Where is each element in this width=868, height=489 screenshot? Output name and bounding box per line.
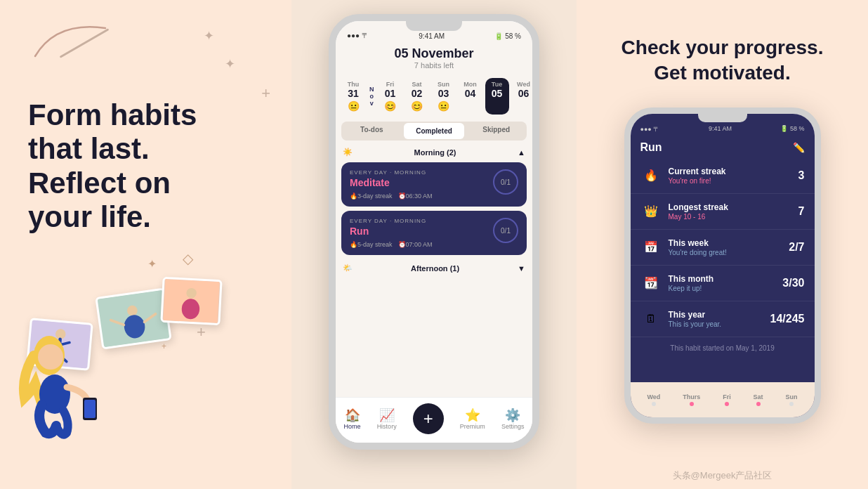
nav-premium[interactable]: ⭐ Premium [460, 408, 485, 430]
bc-fri: Fri [723, 393, 731, 406]
tab-todos[interactable]: To-dos [341, 122, 402, 141]
habit-card-meditate[interactable]: EVERY DAY · MORNING Meditate 🔥 3-day str… [341, 162, 527, 207]
deco-cross-left: + [162, 341, 166, 351]
nav-add-button[interactable]: + [413, 403, 444, 434]
tab-skipped[interactable]: Skipped [466, 122, 527, 141]
phone-mockup-right: ●●● 〒 9:41 AM 🔋 58 % Run ✏️ 🔥 Current st… [624, 107, 821, 424]
nav-settings[interactable]: ⚙️ Settings [501, 408, 525, 430]
calendar-strip[interactable]: Thu 31 😐 N o v Fri 01 😊 [336, 75, 532, 117]
sitting-figure [7, 334, 147, 447]
headline-line2: that last. [28, 132, 150, 165]
afternoon-section-label: Afternoon (1) [411, 264, 459, 273]
phone-notch-right [698, 114, 747, 122]
deco-star-1: ✦ [204, 28, 214, 44]
tab-completed[interactable]: Completed [404, 123, 465, 139]
svg-rect-19 [84, 400, 96, 418]
bottom-nav[interactable]: 🏠 Home 📈 History + ⭐ Premium ⚙️ Settings [336, 397, 532, 443]
rp-this-week-label: This week [669, 238, 789, 248]
meditate-name: Meditate [350, 177, 433, 188]
run-streak-icon: 🔥 [350, 241, 357, 248]
middle-panel: ●●● 〒 9:41 AM 🔋 58 % 05 November 7 habit… [291, 0, 577, 489]
cal-day-sun03[interactable]: Sun 03 😐 [432, 78, 456, 115]
headline-line3: Reflect on [28, 167, 171, 200]
rp-header: Run ✏️ [631, 137, 815, 158]
habit-tabs[interactable]: To-dos Completed Skipped [341, 122, 527, 141]
rp-current-streak-label: Current streak [669, 167, 798, 176]
rp-longest-streak-icon: 👑 [640, 201, 662, 222]
rp-this-month-sub: Keep it up! [669, 285, 783, 292]
morning-section-label: Morning (2) [414, 148, 456, 157]
right-title-line2: Get motivated. [654, 62, 790, 84]
rp-this-year-sub: This is your year. [669, 320, 770, 328]
bc-sat: Sat [754, 393, 763, 406]
rp-habit-name: Run [640, 141, 662, 154]
bc-wed: Wed [647, 393, 660, 406]
rp-this-week-sub: You're doing great! [669, 249, 789, 256]
rp-current-streak-sub: You're on fire! [669, 177, 798, 185]
afternoon-section-header: 🌤️ Afternoon (1) ▼ [336, 261, 532, 275]
cal-day-sat02[interactable]: Sat 02 😊 [405, 78, 429, 115]
photo-frame-3 [160, 277, 222, 325]
rp-current-streak-value: 3 [798, 169, 805, 182]
bottom-calendar-row: Wed Thurs Fri Sat Sun [631, 382, 815, 417]
deco-diamond-left: ◇ [183, 250, 193, 267]
deco-curve-svg [28, 14, 112, 70]
bc-thurs: Thurs [683, 393, 700, 406]
rp-longest-streak-value: 7 [798, 205, 805, 218]
rp-row-longest-streak: 👑 Longest streak May 10 - 16 7 [631, 194, 815, 230]
run-name: Run [350, 226, 433, 237]
rp-this-month-label: This month [669, 274, 783, 284]
afternoon-section-chevron: ▼ [518, 264, 525, 273]
nav-premium-label: Premium [460, 423, 485, 430]
rp-longest-streak-sub: May 10 - 16 [669, 213, 798, 221]
left-text: Form habits that last. Reflect on your l… [28, 98, 197, 234]
rp-row-this-year: 🗓 This year This is your year. 14/245 [631, 301, 815, 337]
svg-point-16 [38, 344, 63, 370]
phone-notch-middle [406, 21, 462, 31]
calendar-days: Thu 31 😐 N o v Fri 01 😊 [341, 78, 532, 115]
home-icon: 🏠 [345, 408, 360, 423]
deco-star-left: ✦ [147, 257, 157, 270]
morning-section-chevron: ▲ [518, 148, 525, 157]
run-time-icon: ⏰ [398, 241, 406, 248]
cal-day-wed06[interactable]: Wed 06 [512, 78, 533, 115]
right-title: Check your progress. Get motivated. [622, 35, 824, 86]
watermark: 头条@Mergeek产品社区 [577, 469, 868, 482]
rp-longest-streak-label: Longest streak [669, 202, 798, 212]
meditate-time: 06:30 AM [406, 193, 433, 200]
nav-home-label: Home [344, 423, 361, 430]
right-panel: Check your progress. Get motivated. ●●● … [577, 0, 868, 489]
habit-card-run[interactable]: EVERY DAY · MORNING Run 🔥 5-day streak ⏰… [341, 211, 527, 255]
cal-day-tue05[interactable]: Tue 05 [485, 78, 509, 115]
settings-icon: ⚙️ [505, 408, 520, 423]
phone-habits-left: 7 habits left [336, 61, 532, 70]
cal-day-mon04[interactable]: Mon 04 [459, 78, 482, 115]
nav-history[interactable]: 📈 History [377, 408, 397, 430]
meditate-progress: 0/1 [493, 169, 518, 195]
deco-star-2: ✦ [225, 56, 235, 72]
cal-day-fri01[interactable]: Fri 01 😊 [379, 78, 402, 115]
meditate-label: EVERY DAY · MORNING [350, 169, 433, 176]
phone-mockup-middle: ●●● 〒 9:41 AM 🔋 58 % 05 November 7 habit… [329, 14, 539, 450]
right-title-line1: Check your progress. [622, 37, 824, 58]
rp-this-year-icon: 🗓 [640, 308, 662, 330]
run-label: EVERY DAY · MORNING [350, 218, 433, 224]
nav-home[interactable]: 🏠 Home [344, 408, 361, 430]
cal-day-thu31[interactable]: Thu 31 😐 [341, 78, 365, 115]
morning-section-icon: ☀️ [343, 148, 353, 157]
headline-line4: your life. [28, 200, 151, 233]
meditate-meta: 🔥 3-day streak ⏰ 06:30 AM [350, 193, 433, 200]
rp-this-year-value: 14/245 [770, 313, 805, 325]
morning-section-header: ☀️ Morning (2) ▲ [336, 145, 532, 159]
rp-status-signals: ●●● 〒 [640, 125, 660, 134]
rp-status-battery: 🔋 58 % [780, 125, 804, 134]
premium-icon: ⭐ [465, 408, 480, 423]
rp-this-year-label: This year [669, 310, 770, 320]
rp-row-this-month: 📆 This month Keep it up! 3/30 [631, 266, 815, 301]
afternoon-section-icon: 🌤️ [343, 263, 353, 273]
rp-edit-icon[interactable]: ✏️ [793, 142, 805, 153]
phone-inner-right: ●●● 〒 9:41 AM 🔋 58 % Run ✏️ 🔥 Current st… [631, 114, 815, 417]
rp-footer: This habit started on May 1, 2019 [631, 337, 815, 359]
status-time-middle: 9:41 AM [419, 32, 445, 40]
month-nov-label: N o v [368, 78, 376, 115]
